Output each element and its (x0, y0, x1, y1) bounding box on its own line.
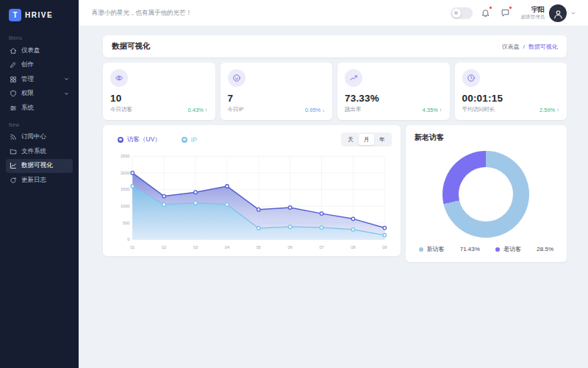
svg-text:02: 02 (162, 245, 166, 250)
logo-text: HRIVE (25, 11, 53, 19)
sidebar-item-changelog[interactable]: 更新日志 (6, 173, 73, 188)
legend-dot (182, 137, 187, 143)
svg-text:2500: 2500 (121, 154, 130, 158)
breadcrumb-parent[interactable]: 仪表盘 (502, 43, 520, 51)
svg-text:07: 07 (319, 245, 323, 250)
donut-chart-title: 新老访客 (415, 132, 558, 143)
range-button-year[interactable]: 年 (374, 134, 390, 145)
shield-icon (10, 90, 17, 97)
chat-icon (501, 8, 510, 18)
sidebar-section-new: New (9, 122, 70, 127)
theme-toggle[interactable] (451, 7, 473, 19)
range-button-day[interactable]: 天 (343, 134, 359, 145)
home-icon (10, 47, 17, 54)
user-name: 宇阳 (521, 6, 545, 14)
user-menu[interactable]: 宇阳 超级管理员 (521, 6, 545, 20)
svg-text:2000: 2000 (121, 171, 130, 175)
line-chart-legend: 访客（UV） IP (112, 135, 197, 144)
sidebar-item-label: 更新日志 (21, 176, 46, 185)
svg-text:04: 04 (225, 245, 229, 250)
legend-value: 71.43% (460, 246, 480, 252)
eye-icon (110, 69, 128, 87)
arrow-icon: ↑ (556, 107, 559, 113)
sidebar-item-create[interactable]: 创作 (6, 58, 73, 73)
sidebar-item-subscriptions[interactable]: 订阅中心 (6, 130, 73, 145)
legend-item-ip[interactable]: IP (182, 135, 197, 144)
sidebar-item-label: 管理 (21, 75, 34, 84)
legend-dot (419, 247, 423, 252)
stat-value: 10 (110, 93, 208, 104)
pencil-icon (10, 61, 17, 68)
charts-row: 访客（UV） IP 天 月 年 0500 (103, 125, 567, 262)
stat-label: 跳出率 (345, 106, 362, 113)
visitor-donut-card: 新老访客 新访客 71.43% 老访客 28.5% (406, 125, 567, 262)
sidebar: T HRIVE Menu 仪表盘 创作 管理 权限 系统 New (0, 0, 79, 368)
sliders-icon (10, 105, 17, 112)
sidebar-item-manage[interactable]: 管理 (6, 72, 73, 87)
arrow-icon: ↑ (440, 107, 442, 113)
range-segmented-control: 天 月 年 (341, 132, 392, 146)
breadcrumb: 仪表盘 / 数据可视化 (502, 43, 558, 51)
chevron-down-icon (64, 91, 69, 96)
sidebar-item-label: 文件系统 (21, 147, 46, 156)
sidebar-item-files[interactable]: 文件系统 (6, 144, 73, 159)
stat-label: 平均访问时长 (462, 106, 495, 113)
stat-label: 今日IP (228, 106, 244, 113)
sidebar-item-permissions[interactable]: 权限 (6, 87, 73, 102)
page-header: 数据可视化 仪表盘 / 数据可视化 (103, 35, 567, 57)
stat-card-avg-duration: 00:01:15 平均访问时长 2.59%↑ (455, 63, 567, 120)
breadcrumb-separator: / (523, 43, 525, 50)
sidebar-item-label: 仪表盘 (21, 46, 40, 55)
stat-delta: 0.95%↓ (305, 107, 325, 113)
legend-dot (495, 247, 500, 252)
messages-button[interactable] (499, 7, 512, 20)
sidebar-item-system[interactable]: 系统 (6, 101, 73, 116)
avatar[interactable] (549, 4, 567, 22)
sidebar-item-data-visualization[interactable]: 数据可视化 (6, 159, 73, 174)
person-icon (553, 9, 564, 20)
stat-delta: 0.43%↑ (187, 107, 207, 113)
notifications-button[interactable] (479, 7, 492, 20)
uv-ip-chart-card: 访客（UV） IP 天 月 年 0500 (103, 125, 401, 256)
svg-text:09: 09 (382, 245, 387, 250)
folder-icon (10, 148, 17, 155)
svg-text:08: 08 (351, 245, 355, 250)
chart-icon (10, 162, 17, 169)
svg-text:05: 05 (257, 245, 261, 250)
stat-label: 今日访客 (110, 106, 132, 113)
theme-toggle-knob (452, 9, 461, 18)
range-button-month[interactable]: 月 (359, 134, 375, 145)
svg-text:1500: 1500 (121, 187, 130, 191)
app-root: T HRIVE Menu 仪表盘 创作 管理 权限 系统 New (0, 0, 588, 368)
main-area: 再渺小的星光，也有属于他的光芒！ 宇阳 超级管理员 数据可视化 (79, 0, 588, 368)
sidebar-item-dashboard[interactable]: 仪表盘 (6, 43, 73, 58)
trend-icon (345, 69, 362, 87)
app-logo[interactable]: T HRIVE (6, 7, 73, 29)
stat-value: 00:01:15 (462, 93, 560, 104)
donut-legend: 新访客 71.43% 老访客 28.5% (415, 244, 558, 253)
chevron-down-icon (64, 77, 69, 82)
message-badge (509, 6, 512, 10)
refresh-icon (10, 177, 17, 184)
sidebar-item-label: 创作 (21, 60, 34, 69)
stat-card-bounce-rate: 73.33% 跳出率 4.35%↑ (337, 63, 450, 120)
stat-value: 73.33% (345, 93, 442, 104)
notification-badge (489, 6, 492, 10)
sidebar-item-label: 权限 (21, 89, 34, 98)
chevron-down-icon[interactable] (570, 10, 576, 16)
stat-delta: 2.59%↑ (539, 107, 559, 113)
arrow-icon: ↑ (205, 107, 208, 113)
legend-item-uv[interactable]: 访客（UV） (118, 135, 161, 144)
greeting-text: 再渺小的星光，也有属于他的光芒！ (90, 9, 451, 18)
sidebar-item-label: 数据可视化 (21, 161, 53, 170)
smile-icon (228, 69, 245, 87)
sidebar-item-label: 订阅中心 (21, 132, 46, 141)
stats-row: 10 今日访客 0.43%↑ 7 今日IP 0.95%↓ (103, 63, 567, 120)
user-role: 超级管理员 (521, 14, 545, 20)
uv-ip-chart[interactable]: 05001000150020002500010203040506070809 (112, 148, 392, 253)
legend-item-new-visitors[interactable]: 新访客 71.43% (419, 245, 480, 253)
donut-chart[interactable] (442, 151, 529, 238)
topbar: 再渺小的星光，也有属于他的光芒！ 宇阳 超级管理员 (79, 0, 588, 26)
bell-icon (481, 8, 490, 18)
legend-item-old-visitors[interactable]: 老访客 28.5% (495, 245, 553, 253)
